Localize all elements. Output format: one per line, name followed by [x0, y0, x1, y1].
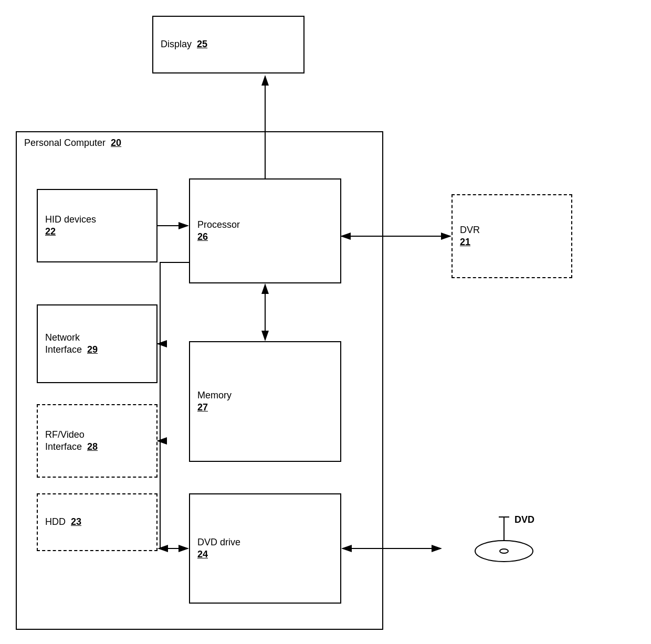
rf-video-label: RF/VideoInterface 28 — [45, 429, 149, 453]
processor-box: Processor 26 — [189, 178, 341, 283]
hdd-label: HDD 23 — [45, 516, 149, 528]
hid-label: HID devices 22 — [45, 214, 149, 238]
dvr-label: DVR 21 — [460, 224, 564, 249]
network-interface-box: NetworkInterface 29 — [37, 304, 158, 383]
svg-point-12 — [500, 549, 508, 553]
display-box: Display 25 — [152, 16, 304, 73]
hdd-box: HDD 23 — [37, 493, 158, 551]
dvd-drive-label: DVD drive 24 — [197, 536, 333, 561]
rf-video-interface-box: RF/VideoInterface 28 — [37, 404, 158, 478]
network-interface-label: NetworkInterface 29 — [45, 332, 149, 356]
pc-label: Personal Computer 20 — [24, 138, 121, 149]
svg-point-11 — [475, 541, 533, 562]
memory-box: Memory 27 — [189, 341, 341, 462]
memory-label: Memory 27 — [197, 389, 333, 414]
diagram: Display 25 Personal Computer 20 DVR 21 H… — [0, 0, 651, 644]
dvd-disc-label: DVD — [514, 514, 534, 525]
hid-devices-box: HID devices 22 — [37, 189, 158, 262]
display-label: Display 25 — [161, 38, 296, 50]
dvd-drive-box: DVD drive 24 — [189, 493, 341, 604]
dvr-box: DVR 21 — [452, 194, 572, 278]
processor-label: Processor 26 — [197, 219, 333, 244]
